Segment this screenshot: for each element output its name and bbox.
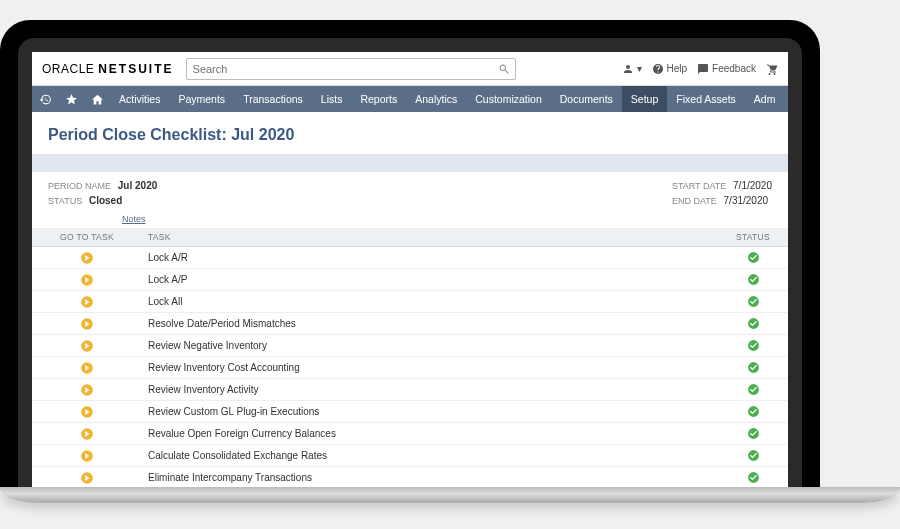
feedback-link[interactable]: Feedback [697,63,756,75]
go-arrow-icon [80,449,94,463]
table-row: Lock All [32,291,788,313]
role-menu[interactable]: ▾ [622,63,642,75]
task-name: Revalue Open Foreign Currency Balances [142,423,718,445]
go-to-task-button[interactable] [32,401,142,423]
check-ok-icon [747,449,760,462]
task-status [718,269,788,291]
table-row: Revalue Open Foreign Currency Balances [32,423,788,445]
cart-icon [766,63,778,75]
go-arrow-icon [80,339,94,353]
go-arrow-icon [80,273,94,287]
nav-favorites-button[interactable] [58,86,84,112]
nav-item-reports[interactable]: Reports [351,86,406,112]
table-header-row: GO TO TASK TASK STATUS [32,228,788,247]
go-arrow-icon [80,405,94,419]
task-status [718,379,788,401]
task-status [718,445,788,467]
end-date-value: 7/31/2020 [724,195,769,206]
nav-item-adm[interactable]: Adm [745,86,785,112]
search-icon [498,63,510,75]
col-task: TASK [142,228,718,247]
person-icon [622,63,634,75]
help-icon [652,63,664,75]
status-label: STATUS [48,196,82,206]
col-status: STATUS [718,228,788,247]
screen: ORACLE NETSUITE ▾ Hel [32,52,788,487]
go-to-task-button[interactable] [32,357,142,379]
task-name: Lock A/R [142,247,718,269]
meta-right: START DATE 7/1/2020 END DATE 7/31/2020 [672,180,772,210]
end-date-label: END DATE [672,196,717,206]
task-name: Lock All [142,291,718,313]
page-title: Period Close Checklist: Jul 2020 [32,112,788,154]
go-arrow-icon [80,251,94,265]
go-arrow-icon [80,295,94,309]
go-to-task-button[interactable] [32,379,142,401]
nav-item-activities[interactable]: Activities [110,86,169,112]
table-row: Lock A/P [32,269,788,291]
go-to-task-button[interactable] [32,247,142,269]
laptop-base [0,487,900,503]
go-to-task-button[interactable] [32,423,142,445]
cart-button[interactable] [766,63,778,75]
period-meta: PERIOD NAME Jul 2020 STATUS Closed START… [32,172,788,214]
go-to-task-button[interactable] [32,269,142,291]
nav-item-payments[interactable]: Payments [169,86,234,112]
col-go-to-task: GO TO TASK [32,228,142,247]
table-row: Review Negative Inventory [32,335,788,357]
top-links: ▾ Help Feedback [622,63,779,75]
check-ok-icon [747,317,760,330]
feedback-label: Feedback [712,63,756,74]
nav-item-lists[interactable]: Lists [312,86,352,112]
task-name: Resolve Date/Period Mismatches [142,313,718,335]
brand-logo: ORACLE NETSUITE [42,62,174,76]
help-label: Help [667,63,688,74]
laptop-bezel: ORACLE NETSUITE ▾ Hel [18,38,802,487]
brand-oracle: ORACLE [42,62,94,76]
task-status [718,423,788,445]
task-name: Eliminate Intercompany Transactions [142,467,718,488]
star-icon [65,93,78,106]
go-arrow-icon [80,361,94,375]
go-to-task-button[interactable] [32,445,142,467]
task-name: Lock A/P [142,269,718,291]
go-to-task-button[interactable] [32,313,142,335]
laptop-frame: ORACLE NETSUITE ▾ Hel [0,20,820,487]
task-name: Review Custom GL Plug-in Executions [142,401,718,423]
task-status [718,335,788,357]
nav-item-fixed-assets[interactable]: Fixed Assets [667,86,745,112]
nav-history-button[interactable] [32,86,58,112]
help-link[interactable]: Help [652,63,688,75]
table-row: Review Inventory Activity [32,379,788,401]
check-ok-icon [747,405,760,418]
go-to-task-button[interactable] [32,467,142,488]
task-name: Review Inventory Cost Accounting [142,357,718,379]
check-ok-icon [747,251,760,264]
go-arrow-icon [80,383,94,397]
meta-left: PERIOD NAME Jul 2020 STATUS Closed [48,180,157,210]
nav-item-analytics[interactable]: Analytics [406,86,466,112]
task-name: Calculate Consolidated Exchange Rates [142,445,718,467]
search-input[interactable] [186,58,516,80]
go-to-task-button[interactable] [32,335,142,357]
table-row: Lock A/R [32,247,788,269]
nav-item-setup[interactable]: Setup [622,86,667,112]
start-date-label: START DATE [672,181,726,191]
check-ok-icon [747,339,760,352]
nav-item-documents[interactable]: Documents [551,86,622,112]
go-to-task-button[interactable] [32,291,142,313]
task-status [718,467,788,488]
topbar: ORACLE NETSUITE ▾ Hel [32,52,788,86]
nav-item-transactions[interactable]: Transactions [234,86,312,112]
task-status [718,401,788,423]
notes-link[interactable]: Notes [32,214,788,228]
check-ok-icon [747,295,760,308]
go-arrow-icon [80,317,94,331]
title-band [32,154,788,172]
check-ok-icon [747,361,760,374]
nav-home-button[interactable] [84,86,110,112]
task-name: Review Inventory Activity [142,379,718,401]
check-ok-icon [747,273,760,286]
task-name: Review Negative Inventory [142,335,718,357]
nav-item-customization[interactable]: Customization [466,86,551,112]
